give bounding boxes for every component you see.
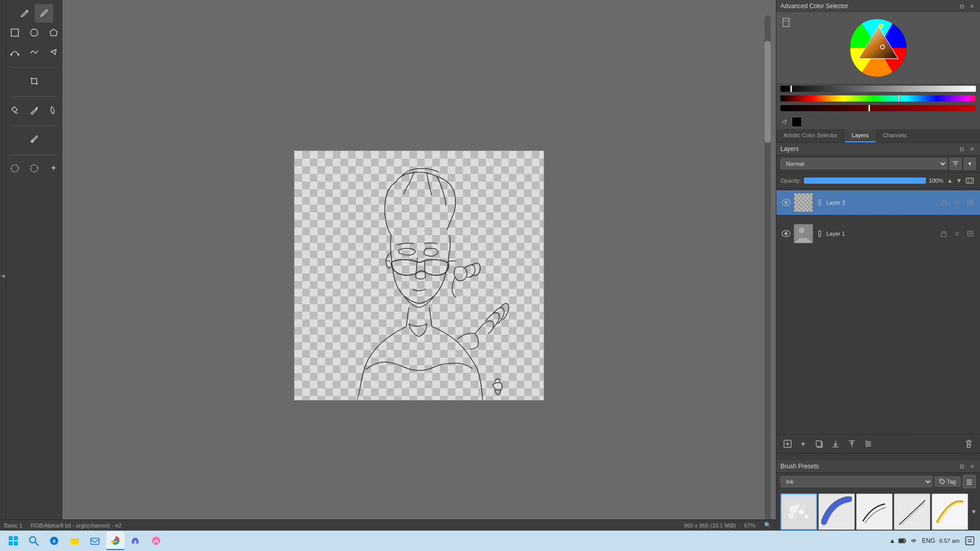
tool-fill[interactable] xyxy=(6,101,24,119)
brush-grid-scroll-down[interactable]: ▼ xyxy=(969,496,979,527)
hue-slider-thumb[interactable] xyxy=(898,95,900,102)
taskbar-discord[interactable] xyxy=(127,532,145,550)
tool-selection-lasso[interactable] xyxy=(25,159,43,178)
tool-crop[interactable] xyxy=(25,72,43,90)
layer-1-visibility[interactable] xyxy=(780,228,792,239)
merge-layer-down-btn[interactable] xyxy=(828,437,843,451)
tool-selection-circle[interactable] xyxy=(6,159,24,178)
vertical-scrollbar-thumb[interactable] xyxy=(765,41,771,143)
taskbar-paintapp[interactable] xyxy=(147,532,165,550)
layer-1-link[interactable] xyxy=(815,229,824,238)
layer-icon-btn[interactable] xyxy=(964,174,976,187)
color-panel-float-btn[interactable]: ⊟ xyxy=(958,2,966,10)
dark-slider[interactable] xyxy=(780,105,976,111)
layer-1-inherit[interactable] xyxy=(965,228,976,239)
taskbar-ie[interactable]: e xyxy=(45,532,63,550)
brush-item-1[interactable] xyxy=(780,493,817,530)
layer-3-link[interactable] xyxy=(815,198,824,207)
brush-item-5[interactable] xyxy=(932,493,968,530)
opacity-track[interactable] xyxy=(804,178,926,184)
tool-paint-bucket[interactable] xyxy=(44,101,63,119)
taskbar-language[interactable]: ENG xyxy=(922,537,935,544)
hue-slider[interactable] xyxy=(780,95,976,102)
color-wheel[interactable] xyxy=(848,17,909,79)
tool-rect[interactable] xyxy=(6,23,24,42)
opacity-down-btn[interactable]: ▼ xyxy=(954,176,964,185)
taskbar-notification-btn[interactable] xyxy=(964,535,976,547)
brush-list-view-btn[interactable] xyxy=(963,475,976,488)
svg-rect-56 xyxy=(9,541,13,545)
brush-category-select[interactable]: Ink Basic Pencil Marker xyxy=(780,476,933,487)
brush-item-4[interactable] xyxy=(894,493,930,530)
add-layer-chevron[interactable]: ▾ xyxy=(796,437,810,451)
delete-layer-btn[interactable] xyxy=(962,437,976,451)
layer-1-lock[interactable] xyxy=(938,228,949,239)
tool-magic-wand[interactable] xyxy=(44,159,63,178)
copy-layer-btn[interactable] xyxy=(812,437,826,451)
toolbar-collapse[interactable]: ◀ xyxy=(0,0,6,551)
layer-1-alpha[interactable]: α xyxy=(951,228,963,239)
color-panel-close-btn[interactable]: ✕ xyxy=(968,2,976,10)
layers-toolbar-separator: · · · · · · · · · · · · · · · · xyxy=(776,428,980,434)
layer-options-btn[interactable]: ▾ xyxy=(964,158,976,170)
brush-item-2[interactable] xyxy=(818,493,855,530)
add-layer-btn[interactable] xyxy=(780,437,795,451)
dark-slider-thumb[interactable] xyxy=(868,105,870,112)
layer-3-lock[interactable] xyxy=(938,197,949,208)
layers-close-btn[interactable]: ✕ xyxy=(968,145,976,153)
tab-layers[interactable]: Layers xyxy=(845,129,876,142)
tool-freehand[interactable] xyxy=(25,43,43,61)
svg-point-48 xyxy=(802,505,805,508)
layer-separator: · · · · · · · · · · xyxy=(776,215,980,221)
status-zoom-btn[interactable]: 🔍 xyxy=(764,521,772,530)
brush-float-btn[interactable]: ⊟ xyxy=(958,462,966,470)
tool-ellipse[interactable] xyxy=(25,23,43,42)
layer-filter-btn[interactable] xyxy=(949,158,962,170)
tool-eyedropper[interactable] xyxy=(25,130,43,148)
blend-mode-select[interactable]: Normal Multiply Screen Overlay xyxy=(780,158,947,169)
color-panel-controls: ⊟ ✕ xyxy=(958,2,976,10)
tool-pen[interactable] xyxy=(15,4,34,22)
brush-item-3[interactable] xyxy=(856,493,893,530)
layers-list[interactable]: Layer 3 α · · · · · · · · · · xyxy=(776,189,980,428)
tab-artistic-color-selector[interactable]: Artistic Color Selector xyxy=(776,129,845,142)
brush-grid-container: ▼ xyxy=(776,490,980,533)
fg-color-swatch[interactable] xyxy=(792,117,802,127)
tool-path[interactable] xyxy=(6,43,24,61)
taskbar-start[interactable] xyxy=(4,532,22,550)
brush-close-btn[interactable]: ✕ xyxy=(968,462,976,470)
tool-brush[interactable] xyxy=(35,4,53,22)
color-document-icon[interactable] xyxy=(781,17,792,29)
layer-item-1[interactable]: Layer 1 α xyxy=(776,221,980,246)
taskbar-search[interactable] xyxy=(24,532,43,550)
layer-3-alpha[interactable]: α xyxy=(951,197,963,208)
black-slider[interactable] xyxy=(780,86,976,92)
color-wheel-area[interactable] xyxy=(776,12,980,84)
taskbar-arrow-icon[interactable]: ▲ xyxy=(889,537,895,544)
tool-polygon[interactable] xyxy=(44,23,63,42)
black-slider-thumb[interactable] xyxy=(790,85,792,92)
taskbar-time[interactable]: 6:57 am xyxy=(939,538,960,544)
layer-item-3[interactable]: Layer 3 α xyxy=(776,190,980,215)
taskbar-mail[interactable] xyxy=(86,532,104,550)
svg-point-37 xyxy=(868,443,870,445)
tab-channels[interactable]: Channels xyxy=(876,129,914,142)
layer-3-inherit[interactable] xyxy=(965,197,976,208)
layer-properties-btn[interactable] xyxy=(861,437,875,451)
taskbar-explorer[interactable] xyxy=(65,532,84,550)
color-panel-title: Advanced Color Selector xyxy=(780,3,848,10)
vertical-scrollbar[interactable] xyxy=(765,15,771,536)
brush-tag-btn[interactable]: Tag xyxy=(935,477,961,487)
tool-group-color xyxy=(6,101,63,119)
tool-dynamic[interactable] xyxy=(44,43,63,61)
color-reset-btn[interactable]: ↺ xyxy=(780,118,789,126)
svg-point-7 xyxy=(31,165,38,172)
canvas-area[interactable] xyxy=(62,0,776,551)
opacity-up-btn[interactable]: ▲ xyxy=(945,176,954,185)
layers-header: Layers ⊟ ✕ xyxy=(776,143,980,156)
merge-layer-up-btn[interactable] xyxy=(845,437,859,451)
taskbar-chrome[interactable] xyxy=(106,532,125,550)
layer-3-visibility[interactable] xyxy=(780,197,792,208)
layers-float-btn[interactable]: ⊟ xyxy=(958,145,966,153)
tool-sample[interactable] xyxy=(25,101,43,119)
